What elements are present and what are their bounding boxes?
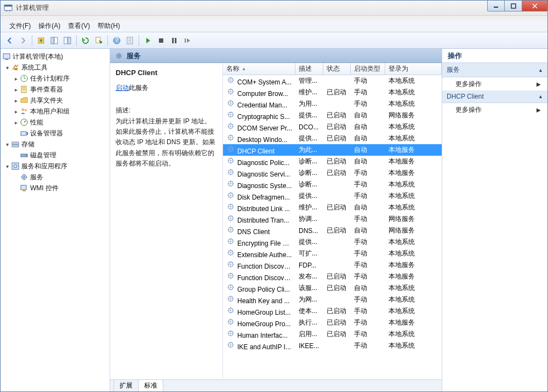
show-hide-tree-button[interactable]: [48, 35, 60, 47]
service-desc: 执行...: [295, 318, 323, 327]
tree-device-manager[interactable]: 设备管理器: [1, 128, 110, 139]
tree-disk-management[interactable]: 磁盘管理: [1, 150, 110, 161]
menu-file[interactable]: 文件(F): [6, 20, 34, 32]
service-row[interactable]: Distributed Link ...维护...已启动自动本地系统: [223, 202, 442, 213]
column-header-startup[interactable]: 启动类型: [351, 63, 385, 75]
service-name: Cryptographic S...: [237, 113, 290, 121]
service-row[interactable]: Health Key and ...为网...手动本地系统: [223, 294, 442, 305]
toolbar-separator: [32, 35, 32, 46]
tabs-strip: 扩展 标准: [110, 379, 442, 391]
service-row[interactable]: Diagnostic Syste...诊断...手动本地系统: [223, 179, 442, 190]
restart-service-button[interactable]: [181, 35, 193, 47]
tree-services-apps[interactable]: ▾服务和应用程序: [1, 161, 110, 172]
actions-group-selected[interactable]: DHCP Client▲: [442, 90, 547, 103]
tree-system-tools[interactable]: ▾系统工具: [1, 62, 110, 73]
service-row[interactable]: IKE and AuthIP I...IKEE...手动本地系统: [223, 340, 442, 351]
service-row[interactable]: Human Interfac...启用...已启动手动本地系统: [223, 328, 442, 340]
svg-line-130: [229, 158, 229, 159]
tree-wmi[interactable]: WMI 控件: [1, 183, 110, 194]
service-startup: 手动: [351, 180, 385, 189]
service-row[interactable]: Cryptographic S...提供...已启动自动网络服务: [223, 110, 442, 121]
svg-line-290: [229, 343, 229, 343]
up-button[interactable]: [35, 35, 47, 47]
svg-line-172: [232, 204, 233, 205]
svg-rect-51: [22, 190, 26, 191]
tree-local-users[interactable]: ▸本地用户和组: [1, 106, 110, 117]
gear-icon: [226, 317, 235, 326]
service-name: Computer Brow...: [237, 90, 288, 98]
menu-action[interactable]: 操作(A): [35, 20, 64, 32]
pause-service-button[interactable]: [168, 35, 180, 47]
tree-shared-folders[interactable]: ▸共享文件夹: [1, 95, 110, 106]
service-row[interactable]: Diagnostic Servi...诊断...已启动手动本地服务: [223, 167, 442, 179]
tree-task-scheduler[interactable]: ▸任务计划程序: [1, 73, 110, 84]
column-header-status[interactable]: 状态: [323, 63, 351, 75]
menu-help[interactable]: 帮助(H): [94, 20, 123, 32]
maximize-button[interactable]: [505, 1, 522, 12]
service-row[interactable]: Encrypting File S...提供...手动本地系统: [223, 236, 442, 248]
menu-view[interactable]: 查看(V): [65, 20, 93, 32]
app-icon: [4, 4, 13, 13]
service-logon: 本地系统: [385, 99, 442, 109]
service-row[interactable]: Diagnostic Polic...诊断...已启动自动本地服务: [223, 156, 442, 167]
properties-button[interactable]: [124, 35, 136, 47]
column-header-name[interactable]: 名称▲: [223, 63, 295, 75]
service-row[interactable]: HomeGroup List...使本...已启动手动本地系统: [223, 305, 442, 317]
svg-point-41: [26, 155, 27, 156]
svg-line-190: [229, 228, 229, 228]
service-logon: 本地系统: [385, 306, 442, 316]
tree-event-viewer[interactable]: ▸事件查看器: [1, 84, 110, 95]
start-service-button[interactable]: [142, 35, 154, 47]
svg-line-122: [232, 147, 233, 147]
svg-line-133: [229, 162, 229, 163]
stop-service-button[interactable]: [155, 35, 167, 47]
svg-line-183: [229, 220, 229, 220]
service-row[interactable]: COM+ System A...管理...手动本地系统: [223, 75, 442, 87]
service-row[interactable]: Function Discove...发布...已启动手动本地服务: [223, 271, 442, 282]
service-name: Health Key and ...: [237, 297, 289, 305]
svg-line-111: [232, 139, 233, 140]
service-row[interactable]: Computer Brow...维护...已启动手动本地系统: [223, 87, 442, 98]
close-button[interactable]: [522, 1, 547, 12]
service-desc: FDP...: [295, 262, 323, 269]
show-hide-actions-button[interactable]: [61, 35, 73, 47]
svg-line-162: [232, 193, 233, 194]
service-row[interactable]: Group Policy Cli...该服...已启动自动本地系统: [223, 282, 442, 294]
help-button[interactable]: ?: [111, 35, 123, 47]
service-name: Human Interfac...: [237, 332, 288, 339]
actions-group-services[interactable]: 服务▲: [442, 63, 547, 77]
tab-standard[interactable]: 标准: [138, 379, 163, 391]
service-row[interactable]: DHCP Client为此...自动本地服务: [223, 144, 442, 156]
actions-more-selected[interactable]: 更多操作▶: [442, 103, 547, 116]
service-row[interactable]: Distributed Tran...协调...手动网络服务: [223, 213, 442, 225]
tree-root[interactable]: 计算机管理(本地): [1, 51, 110, 62]
svg-line-243: [229, 289, 229, 289]
service-row[interactable]: Credential Man...为用...手动本地系统: [223, 98, 442, 110]
service-row[interactable]: Function Discove...FDP...手动本地服务: [223, 259, 442, 271]
service-desc: 提供...: [295, 191, 323, 201]
tree-storage[interactable]: ▾存储: [1, 139, 110, 150]
refresh-button[interactable]: [79, 35, 92, 47]
service-startup: 自动: [351, 203, 385, 212]
tab-extended[interactable]: 扩展: [113, 379, 139, 391]
tree-performance[interactable]: ▸性能: [1, 117, 110, 128]
service-row[interactable]: Disk Defragmen...提供...手动本地系统: [223, 190, 442, 202]
tree-services[interactable]: 服务: [1, 172, 110, 183]
export-list-button[interactable]: [93, 35, 105, 47]
back-button[interactable]: [4, 35, 16, 47]
service-startup: 自动: [351, 226, 385, 235]
list-body[interactable]: COM+ System A...管理...手动本地系统Computer Brow…: [223, 75, 442, 378]
svg-rect-42: [12, 163, 19, 169]
minimize-button[interactable]: [487, 1, 505, 12]
service-row[interactable]: Desktop Windo...提供...已启动自动本地系统: [223, 133, 442, 144]
column-header-desc[interactable]: 描述: [295, 63, 323, 75]
service-row[interactable]: Extensible Authe...可扩...手动本地系统: [223, 248, 442, 259]
start-service-link[interactable]: 启动: [116, 84, 129, 92]
service-row[interactable]: DCOM Server Pr...DCO...已启动自动本地系统: [223, 121, 442, 133]
forward-button[interactable]: [17, 35, 29, 47]
service-row[interactable]: HomeGroup Pro...执行...已启动手动本地服务: [223, 317, 442, 328]
list-header: 名称▲ 描述 状态 启动类型 登录为: [223, 63, 442, 75]
column-header-logon[interactable]: 登录为: [385, 63, 442, 75]
service-row[interactable]: DNS ClientDNS...已启动自动网络服务: [223, 225, 442, 236]
actions-more-services[interactable]: 更多操作▶: [442, 77, 547, 90]
